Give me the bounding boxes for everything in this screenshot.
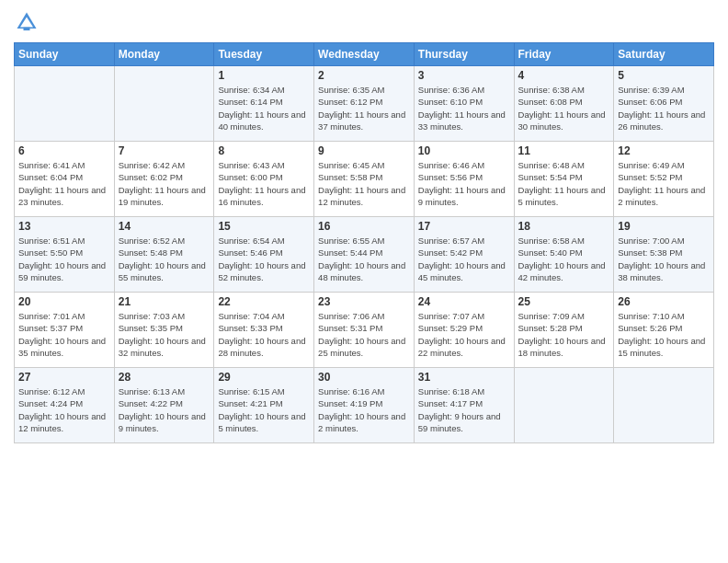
calendar-cell: 17Sunrise: 6:57 AM Sunset: 5:42 PM Dayli… bbox=[414, 217, 514, 293]
calendar-cell bbox=[114, 66, 214, 142]
day-number: 25 bbox=[518, 295, 610, 308]
calendar-cell: 9Sunrise: 6:45 AM Sunset: 5:58 PM Daylig… bbox=[314, 142, 415, 217]
calendar-cell: 30Sunrise: 6:16 AM Sunset: 4:19 PM Dayli… bbox=[314, 368, 415, 443]
day-info: Sunrise: 7:07 AM Sunset: 5:29 PM Dayligh… bbox=[418, 310, 510, 359]
week-row-3: 20Sunrise: 7:01 AM Sunset: 5:37 PM Dayli… bbox=[15, 293, 714, 368]
calendar-cell: 7Sunrise: 6:42 AM Sunset: 6:02 PM Daylig… bbox=[114, 142, 214, 217]
calendar-cell: 19Sunrise: 7:00 AM Sunset: 5:38 PM Dayli… bbox=[614, 217, 714, 293]
day-info: Sunrise: 6:58 AM Sunset: 5:40 PM Dayligh… bbox=[518, 235, 610, 283]
calendar-cell: 5Sunrise: 6:39 AM Sunset: 6:06 PM Daylig… bbox=[614, 66, 714, 142]
calendar-cell: 2Sunrise: 6:35 AM Sunset: 6:12 PM Daylig… bbox=[314, 66, 415, 142]
calendar-cell: 31Sunrise: 6:18 AM Sunset: 4:17 PM Dayli… bbox=[414, 368, 514, 443]
day-number: 12 bbox=[618, 144, 710, 157]
day-number: 14 bbox=[119, 220, 210, 233]
day-info: Sunrise: 6:52 AM Sunset: 5:48 PM Dayligh… bbox=[119, 235, 210, 283]
day-info: Sunrise: 6:54 AM Sunset: 5:46 PM Dayligh… bbox=[218, 235, 310, 283]
day-info: Sunrise: 6:42 AM Sunset: 6:02 PM Dayligh… bbox=[119, 159, 210, 208]
day-number: 18 bbox=[518, 220, 610, 233]
calendar-cell: 3Sunrise: 6:36 AM Sunset: 6:10 PM Daylig… bbox=[414, 66, 514, 142]
day-number: 3 bbox=[418, 69, 510, 82]
day-info: Sunrise: 6:51 AM Sunset: 5:50 PM Dayligh… bbox=[18, 235, 110, 283]
day-info: Sunrise: 7:06 AM Sunset: 5:31 PM Dayligh… bbox=[318, 310, 410, 359]
day-info: Sunrise: 6:18 AM Sunset: 4:17 PM Dayligh… bbox=[418, 385, 510, 434]
day-info: Sunrise: 6:49 AM Sunset: 5:52 PM Dayligh… bbox=[618, 159, 710, 208]
day-number: 4 bbox=[518, 69, 610, 82]
day-number: 21 bbox=[119, 295, 210, 308]
calendar-cell: 26Sunrise: 7:10 AM Sunset: 5:26 PM Dayli… bbox=[614, 293, 714, 368]
day-number: 20 bbox=[18, 295, 110, 308]
day-number: 8 bbox=[218, 144, 310, 157]
calendar-cell: 10Sunrise: 6:46 AM Sunset: 5:56 PM Dayli… bbox=[414, 142, 514, 217]
calendar-cell: 11Sunrise: 6:48 AM Sunset: 5:54 PM Dayli… bbox=[514, 142, 614, 217]
calendar-cell: 6Sunrise: 6:41 AM Sunset: 6:04 PM Daylig… bbox=[15, 142, 115, 217]
week-row-0: 1Sunrise: 6:34 AM Sunset: 6:14 PM Daylig… bbox=[15, 66, 714, 142]
day-number: 30 bbox=[318, 371, 410, 384]
calendar-cell: 20Sunrise: 7:01 AM Sunset: 5:37 PM Dayli… bbox=[15, 293, 115, 368]
day-info: Sunrise: 6:15 AM Sunset: 4:21 PM Dayligh… bbox=[218, 385, 310, 434]
day-info: Sunrise: 7:09 AM Sunset: 5:28 PM Dayligh… bbox=[518, 310, 610, 359]
calendar-cell: 23Sunrise: 7:06 AM Sunset: 5:31 PM Dayli… bbox=[314, 293, 415, 368]
day-info: Sunrise: 6:48 AM Sunset: 5:54 PM Dayligh… bbox=[518, 159, 610, 208]
day-number: 9 bbox=[318, 144, 410, 157]
calendar-cell: 29Sunrise: 6:15 AM Sunset: 4:21 PM Dayli… bbox=[214, 368, 314, 443]
page: SundayMondayTuesdayWednesdayThursdayFrid… bbox=[0, 0, 728, 453]
calendar-header: SundayMondayTuesdayWednesdayThursdayFrid… bbox=[15, 43, 714, 66]
day-number: 27 bbox=[18, 371, 110, 384]
day-number: 29 bbox=[218, 371, 310, 384]
day-info: Sunrise: 6:57 AM Sunset: 5:42 PM Dayligh… bbox=[418, 235, 510, 283]
day-number: 24 bbox=[418, 295, 510, 308]
day-number: 7 bbox=[119, 144, 210, 157]
day-number: 10 bbox=[418, 144, 510, 157]
calendar-cell: 18Sunrise: 6:58 AM Sunset: 5:40 PM Dayli… bbox=[514, 217, 614, 293]
week-row-4: 27Sunrise: 6:12 AM Sunset: 4:24 PM Dayli… bbox=[15, 368, 714, 443]
day-info: Sunrise: 6:45 AM Sunset: 5:58 PM Dayligh… bbox=[318, 159, 410, 208]
calendar-cell: 24Sunrise: 7:07 AM Sunset: 5:29 PM Dayli… bbox=[414, 293, 514, 368]
calendar-cell: 22Sunrise: 7:04 AM Sunset: 5:33 PM Dayli… bbox=[214, 293, 314, 368]
calendar-cell: 13Sunrise: 6:51 AM Sunset: 5:50 PM Dayli… bbox=[15, 217, 115, 293]
day-info: Sunrise: 7:04 AM Sunset: 5:33 PM Dayligh… bbox=[218, 310, 310, 359]
week-row-2: 13Sunrise: 6:51 AM Sunset: 5:50 PM Dayli… bbox=[15, 217, 714, 293]
day-info: Sunrise: 6:12 AM Sunset: 4:24 PM Dayligh… bbox=[18, 385, 110, 434]
calendar-cell: 21Sunrise: 7:03 AM Sunset: 5:35 PM Dayli… bbox=[114, 293, 214, 368]
day-info: Sunrise: 6:16 AM Sunset: 4:19 PM Dayligh… bbox=[318, 385, 410, 434]
logo bbox=[14, 9, 41, 35]
day-header-wednesday: Wednesday bbox=[314, 43, 415, 66]
day-header-tuesday: Tuesday bbox=[214, 43, 314, 66]
day-number: 19 bbox=[618, 220, 710, 233]
day-number: 1 bbox=[218, 69, 310, 82]
day-info: Sunrise: 7:00 AM Sunset: 5:38 PM Dayligh… bbox=[618, 235, 710, 283]
day-info: Sunrise: 6:13 AM Sunset: 4:22 PM Dayligh… bbox=[119, 385, 210, 434]
calendar-cell: 1Sunrise: 6:34 AM Sunset: 6:14 PM Daylig… bbox=[214, 66, 314, 142]
day-number: 6 bbox=[18, 144, 110, 157]
day-info: Sunrise: 7:01 AM Sunset: 5:37 PM Dayligh… bbox=[18, 310, 110, 359]
logo-icon bbox=[14, 9, 40, 35]
calendar-cell: 4Sunrise: 6:38 AM Sunset: 6:08 PM Daylig… bbox=[514, 66, 614, 142]
calendar-cell: 16Sunrise: 6:55 AM Sunset: 5:44 PM Dayli… bbox=[314, 217, 415, 293]
calendar-table: SundayMondayTuesdayWednesdayThursdayFrid… bbox=[14, 42, 714, 443]
calendar-body: 1Sunrise: 6:34 AM Sunset: 6:14 PM Daylig… bbox=[15, 66, 714, 443]
calendar-cell: 27Sunrise: 6:12 AM Sunset: 4:24 PM Dayli… bbox=[15, 368, 115, 443]
day-number: 28 bbox=[119, 371, 210, 384]
calendar-cell: 14Sunrise: 6:52 AM Sunset: 5:48 PM Dayli… bbox=[114, 217, 214, 293]
calendar-cell bbox=[614, 368, 714, 443]
day-number: 11 bbox=[518, 144, 610, 157]
day-info: Sunrise: 6:38 AM Sunset: 6:08 PM Dayligh… bbox=[518, 84, 610, 132]
day-info: Sunrise: 6:34 AM Sunset: 6:14 PM Dayligh… bbox=[218, 84, 310, 132]
day-number: 26 bbox=[618, 295, 710, 308]
day-header-saturday: Saturday bbox=[614, 43, 714, 66]
day-number: 17 bbox=[418, 220, 510, 233]
svg-rect-3 bbox=[24, 28, 30, 30]
day-number: 2 bbox=[318, 69, 410, 82]
calendar-cell bbox=[15, 66, 115, 142]
calendar-cell: 12Sunrise: 6:49 AM Sunset: 5:52 PM Dayli… bbox=[614, 142, 714, 217]
day-info: Sunrise: 6:55 AM Sunset: 5:44 PM Dayligh… bbox=[318, 235, 410, 283]
day-header-sunday: Sunday bbox=[15, 43, 115, 66]
calendar-cell: 8Sunrise: 6:43 AM Sunset: 6:00 PM Daylig… bbox=[214, 142, 314, 217]
day-number: 13 bbox=[18, 220, 110, 233]
week-row-1: 6Sunrise: 6:41 AM Sunset: 6:04 PM Daylig… bbox=[15, 142, 714, 217]
calendar-cell: 25Sunrise: 7:09 AM Sunset: 5:28 PM Dayli… bbox=[514, 293, 614, 368]
day-header-monday: Monday bbox=[114, 43, 214, 66]
day-info: Sunrise: 6:35 AM Sunset: 6:12 PM Dayligh… bbox=[318, 84, 410, 132]
day-info: Sunrise: 7:10 AM Sunset: 5:26 PM Dayligh… bbox=[618, 310, 710, 359]
day-info: Sunrise: 7:03 AM Sunset: 5:35 PM Dayligh… bbox=[119, 310, 210, 359]
